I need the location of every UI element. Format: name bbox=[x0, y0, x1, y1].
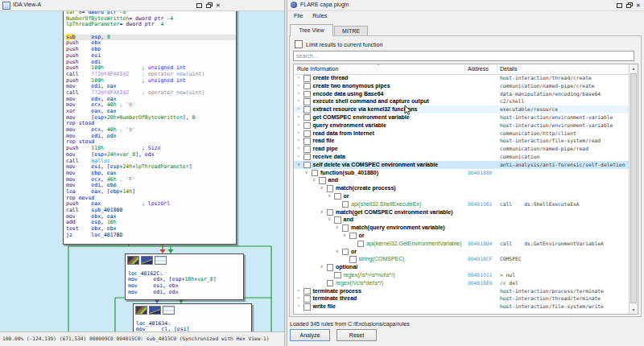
tree-row[interactable]: >terminate processhost-interaction/proce… bbox=[294, 287, 629, 295]
tree-row[interactable]: string(COMSPEC)004018CFCOMSPEC bbox=[294, 255, 629, 263]
row-checkbox[interactable] bbox=[303, 83, 311, 90]
row-checkbox[interactable] bbox=[342, 224, 349, 232]
row-checkbox[interactable] bbox=[327, 185, 334, 192]
expander-collapsed-icon[interactable]: > bbox=[297, 153, 303, 161]
tree-row[interactable]: >execute shell command and capture outpu… bbox=[294, 97, 629, 105]
row-checkbox[interactable] bbox=[303, 138, 311, 145]
row-checkbox[interactable] bbox=[303, 162, 311, 169]
node-edit-icon[interactable] bbox=[149, 306, 161, 315]
tree-row[interactable]: ∨function(sub_401880)00401880 bbox=[294, 169, 629, 177]
tree-row[interactable]: >encode data using Base64data-manipulati… bbox=[294, 90, 629, 98]
tree-row[interactable]: >terminate threadhost-interaction/thread… bbox=[294, 295, 629, 303]
node-text-icon[interactable] bbox=[155, 256, 167, 265]
tree-row[interactable]: ∨and bbox=[294, 176, 629, 184]
expander-collapsed-icon[interactable]: > bbox=[297, 82, 303, 90]
row-checkbox[interactable] bbox=[303, 146, 311, 153]
row-checkbox[interactable] bbox=[303, 91, 311, 98]
tree-row[interactable]: ∨and bbox=[294, 216, 629, 224]
menu-file[interactable]: File bbox=[289, 11, 308, 20]
analyze-button[interactable]: Analyze bbox=[290, 329, 330, 341]
expander-expanded-icon[interactable]: ∨ bbox=[336, 248, 342, 256]
expander-collapsed-icon[interactable]: > bbox=[297, 145, 303, 153]
scrollbar-thumb[interactable] bbox=[630, 73, 637, 303]
tree-row[interactable]: api(shell32.ShellExecuteEx)00401981call … bbox=[294, 200, 629, 208]
tree-row[interactable]: regex(/\/c\s*del\s*/)004018E9/c del bbox=[294, 279, 629, 287]
scroll-up-icon[interactable]: ▲ bbox=[630, 64, 638, 72]
row-checkbox[interactable] bbox=[334, 193, 341, 200]
expander-expanded-icon[interactable]: ∨ bbox=[320, 208, 327, 216]
float-window-icon[interactable] bbox=[624, 2, 634, 9]
expander-collapsed-icon[interactable]: > bbox=[297, 122, 303, 130]
row-checkbox[interactable] bbox=[303, 98, 311, 105]
row-checkbox[interactable] bbox=[303, 295, 311, 303]
expander-collapsed-icon[interactable]: > bbox=[297, 105, 303, 113]
ida-titlebar[interactable]: IDA View-A ✕ bbox=[0, 0, 284, 11]
expander-collapsed-icon[interactable]: > bbox=[297, 97, 303, 105]
row-address[interactable]: 00401911 bbox=[468, 271, 492, 279]
tab-tree-view[interactable]: Tree View bbox=[290, 24, 333, 36]
tree-row[interactable]: ∨match(query environment variable) bbox=[294, 224, 629, 232]
row-address[interactable]: 00401880 bbox=[468, 169, 492, 177]
tree-row[interactable]: >read pipecommunication/named-pipe/read bbox=[294, 145, 629, 153]
tree-row[interactable]: >create threadhost-interaction/thread/cr… bbox=[294, 74, 629, 82]
row-address[interactable]: 004018CF bbox=[468, 255, 492, 263]
column-address[interactable]: Address bbox=[468, 66, 489, 72]
reset-button[interactable]: Reset bbox=[336, 329, 377, 341]
expander-collapsed-icon[interactable]: > bbox=[297, 295, 303, 303]
row-checkbox[interactable] bbox=[303, 75, 311, 82]
graph-node-loc-40162C[interactable]: loc_40162C:mov edx, [esp+18h+var_8]mov e… bbox=[125, 253, 244, 300]
expander-collapsed-icon[interactable]: > bbox=[297, 303, 303, 311]
close-icon[interactable]: ✕ bbox=[634, 2, 643, 9]
row-checkbox[interactable] bbox=[312, 170, 319, 177]
row-checkbox[interactable] bbox=[303, 288, 311, 295]
tree-row[interactable]: >get COMSPEC environment variablehost-in… bbox=[294, 113, 629, 122]
row-checkbox[interactable] bbox=[319, 177, 326, 184]
row-checkbox[interactable] bbox=[303, 154, 311, 161]
expander-collapsed-icon[interactable]: > bbox=[297, 287, 303, 295]
row-checkbox[interactable] bbox=[327, 209, 334, 216]
row-checkbox[interactable] bbox=[357, 241, 365, 248]
expander-expanded-icon[interactable]: ∨ bbox=[297, 161, 303, 169]
expander-collapsed-icon[interactable]: > bbox=[297, 113, 303, 122]
row-checkbox[interactable] bbox=[303, 130, 311, 138]
tree-row[interactable]: regex(/\s*>\s*nul\s*/)00401911> nul bbox=[294, 271, 629, 279]
node-text-icon[interactable] bbox=[163, 306, 175, 315]
graph-node-loc-401634[interactable]: loc_401634:mov cl, [esi]mov al, cl bbox=[133, 303, 252, 332]
expander-expanded-icon[interactable]: ∨ bbox=[328, 216, 334, 224]
expander-collapsed-icon[interactable]: > bbox=[297, 74, 303, 82]
search-input[interactable] bbox=[293, 51, 634, 61]
row-checkbox[interactable] bbox=[349, 256, 357, 263]
tree-row[interactable]: ∨self delete via COMSPEC environment var… bbox=[294, 161, 629, 169]
capa-titlebar[interactable]: FLARE capa plugin ✕ bbox=[287, 0, 644, 11]
tree-row[interactable]: >receive datacommunication bbox=[294, 153, 629, 161]
tree-row[interactable]: ∨or bbox=[294, 192, 629, 200]
tree-row[interactable]: ∨match(create process) bbox=[294, 184, 629, 192]
expander-expanded-icon[interactable]: ∨ bbox=[320, 184, 327, 192]
tree-row[interactable]: api(kernel32.GetEnvironmentVariable)0040… bbox=[294, 240, 629, 248]
expander-expanded-icon[interactable]: ∨ bbox=[343, 232, 349, 240]
expander-expanded-icon[interactable]: ∨ bbox=[328, 192, 334, 200]
limit-results-checkbox[interactable] bbox=[295, 40, 303, 48]
column-details[interactable]: Details bbox=[500, 66, 517, 72]
row-checkbox[interactable] bbox=[342, 249, 349, 256]
expander-collapsed-icon[interactable]: > bbox=[297, 137, 303, 145]
expander-expanded-icon[interactable]: ∨ bbox=[312, 176, 319, 184]
tree-row[interactable]: >create two anonymous pipescommunication… bbox=[294, 82, 629, 90]
row-checkbox[interactable] bbox=[349, 233, 357, 240]
tree-row[interactable]: >query environment variablehost-interact… bbox=[294, 122, 629, 130]
tree-row[interactable]: >read filehost-interaction/file-system/r… bbox=[294, 137, 629, 145]
row-checkbox[interactable] bbox=[303, 106, 311, 113]
maximize-icon[interactable] bbox=[614, 2, 624, 9]
tree-row[interactable]: >read data from Internetcommunication/ht… bbox=[294, 130, 629, 138]
row-checkbox[interactable] bbox=[303, 122, 311, 130]
column-rule-information[interactable]: Rule Information bbox=[297, 66, 338, 72]
expander-expanded-icon[interactable]: ∨ bbox=[320, 263, 327, 271]
tree-row[interactable]: ∨match(get COMSPEC environment variable) bbox=[294, 208, 629, 216]
disassembly-graph[interactable]: var_8= dword ptr -8NumberOfBytesWritten=… bbox=[0, 11, 284, 332]
graph-node-entry[interactable]: var_8= dword ptr -8NumberOfBytesWritten=… bbox=[63, 11, 237, 245]
row-checkbox[interactable] bbox=[327, 280, 334, 287]
row-checkbox[interactable] bbox=[327, 264, 334, 271]
row-checkbox[interactable] bbox=[303, 303, 311, 311]
vertical-scrollbar[interactable]: ▲ ▼ bbox=[629, 64, 638, 314]
tree-row[interactable]: >write filehost-interaction/file-system/… bbox=[294, 303, 629, 311]
